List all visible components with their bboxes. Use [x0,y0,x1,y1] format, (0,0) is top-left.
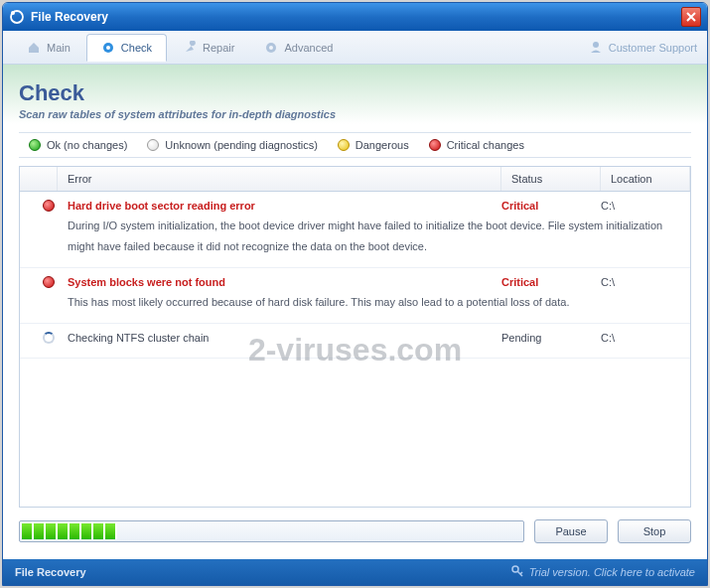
app-window: File Recovery Main Check Repair Advanced… [2,2,708,586]
dot-red-icon [429,139,441,151]
toolbar: Main Check Repair Advanced Customer Supp… [3,31,707,65]
row-location: C:\ [601,200,680,212]
dot-red-icon [43,200,55,212]
key-icon [511,565,523,579]
legend-ok: Ok (no changes) [29,139,127,151]
row-description: During I/O system initialization, the bo… [30,216,680,257]
dot-green-icon [29,139,41,151]
tab-label: Check [121,42,152,54]
home-icon [27,41,41,55]
col-location[interactable]: Location [601,167,690,191]
tab-main[interactable]: Main [13,35,84,61]
tab-label: Main [47,42,71,54]
status-left: File Recovery [15,566,86,578]
list-header: Error Status Location [20,167,690,192]
check-icon [101,41,115,55]
bottom-bar: Pause Stop [19,519,691,543]
row-status: Pending [501,332,601,344]
window-title: File Recovery [31,10,681,24]
svg-point-3 [106,46,110,50]
status-right: Trial version. Click here to activate [529,566,695,578]
dot-yellow-icon [338,139,350,151]
tab-repair[interactable]: Repair [169,35,248,61]
row-location: C:\ [601,332,680,344]
row-location: C:\ [601,276,680,288]
col-icon [20,167,58,191]
svg-point-1 [11,11,15,15]
page-title: Check [19,80,691,106]
progress-bar [19,520,524,542]
tab-label: Repair [203,42,234,54]
svg-point-6 [593,42,599,48]
row-title: Checking NTFS cluster chain [68,332,501,344]
dot-white-icon [147,139,159,151]
tab-advanced[interactable]: Advanced [250,35,347,61]
activate-link[interactable]: Trial version. Click here to activate [511,565,695,579]
col-status[interactable]: Status [501,167,601,191]
tab-label: Advanced [284,42,333,54]
app-icon [9,9,25,25]
stop-button[interactable]: Stop [618,519,691,543]
col-error[interactable]: Error [58,167,501,191]
table-row[interactable]: System blocks were not found Critical C:… [20,268,690,324]
person-icon [589,40,603,56]
list-body[interactable]: Hard drive boot sector reading error Cri… [20,192,690,507]
error-list: Error Status Location Hard drive boot se… [19,166,691,508]
wrench-icon [183,41,197,55]
row-status: Critical [501,200,601,212]
row-title: System blocks were not found [68,276,501,288]
customer-support-link[interactable]: Customer Support [589,40,697,56]
close-button[interactable] [681,7,701,27]
row-title: Hard drive boot sector reading error [68,200,501,212]
table-row[interactable]: Hard drive boot sector reading error Cri… [20,192,690,268]
row-description: This has most likely occurred because of… [30,292,680,313]
table-row[interactable]: Checking NTFS cluster chain Pending C:\ [20,324,690,359]
row-status: Critical [501,276,601,288]
legend-critical: Critical changes [429,139,524,151]
gear-icon [264,41,278,55]
spinner-icon [43,332,55,344]
legend-unknown: Unknown (pending diagnostics) [147,139,317,151]
svg-point-5 [269,46,273,50]
main-panel: Check Scan raw tables of system attribut… [3,65,707,559]
titlebar[interactable]: File Recovery [3,3,707,31]
tab-check[interactable]: Check [86,34,167,62]
legend-dangerous: Dangerous [338,139,409,151]
statusbar: File Recovery Trial version. Click here … [3,559,707,585]
dot-red-icon [43,276,55,288]
page-subtitle: Scan raw tables of system attributes for… [19,108,691,120]
pause-button[interactable]: Pause [534,519,608,543]
support-label: Customer Support [609,42,697,54]
status-legend: Ok (no changes) Unknown (pending diagnos… [19,132,691,158]
